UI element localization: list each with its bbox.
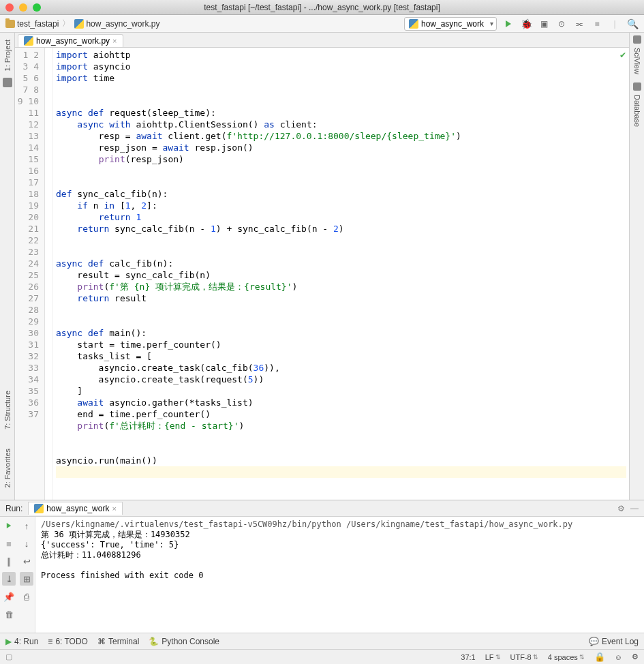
close-window-button[interactable]	[5, 3, 14, 12]
run-toolbar: ↑ ■ ↓ ‖ ↩ ⤓ ⊞ 📌 ⎙ 🗑	[0, 517, 35, 633]
python-file-icon	[24, 36, 33, 46]
editor-tab-label: how_async_work.py	[36, 36, 110, 46]
editor-tabs: how_async_work.py ×	[15, 33, 629, 48]
fold-column[interactable]	[45, 48, 53, 500]
run-configuration-selector[interactable]: how_async_work	[404, 17, 497, 31]
run-with-coverage-button[interactable]: ▣	[538, 18, 550, 30]
inspector-icon[interactable]: ☺	[615, 653, 622, 661]
editor-tab[interactable]: how_async_work.py ×	[18, 34, 123, 47]
stop-button[interactable]: ■	[2, 537, 16, 550]
editor-column: how_async_work.py × 1 2 3 4 5 6 7 8 9 10…	[15, 33, 629, 500]
run-header-title: Run:	[5, 504, 22, 513]
bottom-tool-bar: ▶ 4: Run ≡ 6: TODO ⌘ Terminal 🐍 Python C…	[0, 633, 644, 649]
pin-button[interactable]: 📌	[2, 590, 16, 603]
python-file-icon	[74, 19, 84, 29]
delete-button[interactable]	[20, 607, 33, 621]
inspection-ok-icon[interactable]: ✔	[619, 50, 626, 60]
indent[interactable]: 4 spaces	[548, 653, 585, 661]
run-button[interactable]	[502, 18, 515, 30]
cursor-position[interactable]: 37:1	[461, 653, 475, 661]
pause-button[interactable]: ‖	[2, 554, 16, 568]
window-icon[interactable]: ▢	[5, 652, 12, 661]
rerun-button[interactable]	[2, 519, 16, 532]
todo-tool-tab[interactable]: ≡ 6: TODO	[48, 637, 88, 646]
breadcrumb-label: how_async_work.py	[86, 19, 159, 29]
python-icon: 🐍	[149, 637, 159, 646]
project-tool-tab[interactable]: 1: Project	[2, 35, 13, 75]
main-area: 1: Project 7: Structure 2: Favorites how…	[0, 33, 644, 500]
breadcrumb-item[interactable]: how_async_work.py	[74, 19, 159, 29]
status-bar: ▢ 37:1 LF UTF-8 4 spaces 🔒 ☺ ⚙	[0, 649, 644, 664]
run-config-label: how_async_work	[421, 19, 484, 29]
trash-button[interactable]: 🗑	[2, 607, 16, 621]
scroll-to-end-button[interactable]: ⤓	[2, 572, 16, 586]
down-button[interactable]: ↓	[20, 537, 33, 550]
folder-icon	[5, 20, 15, 28]
close-tab-icon[interactable]: ×	[112, 504, 116, 513]
close-tab-icon[interactable]: ×	[112, 37, 117, 45]
line-separator[interactable]: LF	[485, 653, 501, 661]
favorites-tool-tab[interactable]: 2: Favorites	[2, 444, 13, 492]
gear-icon[interactable]: ⚙	[617, 504, 625, 513]
structure-tool-tab[interactable]: 7: Structure	[2, 387, 13, 434]
left-tool-rail: 1: Project 7: Structure 2: Favorites	[0, 33, 15, 500]
speech-bubble-icon: 💬	[589, 637, 599, 646]
sciview-tool-tab[interactable]: SciView	[632, 44, 643, 78]
run-header: Run: how_async_work × ⚙ —	[0, 500, 644, 517]
play-icon	[7, 523, 11, 528]
navigation-bar: test_fastapi 〉 how_async_work.py how_asy…	[0, 15, 644, 33]
encoding[interactable]: UTF-8	[510, 653, 538, 661]
console-output[interactable]: /Users/kingname/.virtualenvs/test_fastap…	[35, 517, 644, 633]
lock-icon[interactable]: 🔒	[594, 652, 605, 662]
stop-button[interactable]: ■	[591, 18, 603, 30]
layout-button[interactable]: ⊞	[20, 572, 33, 586]
run-tab[interactable]: how_async_work ×	[28, 502, 122, 515]
run-tab-label: how_async_work	[46, 504, 109, 513]
soft-wrap-button[interactable]: ↩	[20, 554, 33, 568]
list-icon: ≡	[48, 637, 52, 646]
breadcrumb-item[interactable]: test_fastapi 〉	[5, 18, 72, 29]
run-tool-tab[interactable]: ▶ 4: Run	[5, 637, 38, 646]
vertical-divider: |	[609, 18, 621, 30]
up-button[interactable]: ↑	[20, 519, 33, 532]
debug-button[interactable]: 🐞	[520, 18, 532, 30]
tool-icon[interactable]	[3, 78, 12, 87]
python-console-tool-tab[interactable]: 🐍 Python Console	[149, 637, 219, 646]
breadcrumb: test_fastapi 〉 how_async_work.py	[5, 18, 159, 29]
right-tool-rail: SciView Database	[629, 33, 644, 500]
profile-button[interactable]: ⊙	[555, 18, 568, 30]
code-editor[interactable]: import aiohttp import asyncio import tim…	[53, 48, 629, 500]
chevron-right-icon: 〉	[62, 18, 70, 29]
database-tool-tab[interactable]: Database	[632, 91, 643, 131]
tool-icon[interactable]	[633, 35, 641, 44]
terminal-tool-tab[interactable]: ⌘ Terminal	[97, 637, 139, 646]
print-button[interactable]: ⎙	[20, 590, 33, 603]
play-icon: ▶	[5, 637, 12, 646]
zoom-window-button[interactable]	[33, 3, 41, 12]
play-icon	[506, 20, 511, 27]
window-controls	[5, 3, 41, 12]
run-tool-window: Run: how_async_work × ⚙ — ↑ ■ ↓ ‖ ↩ ⤓ ⊞ …	[0, 500, 644, 633]
run-body: ↑ ■ ↓ ‖ ↩ ⤓ ⊞ 📌 ⎙ 🗑 /Users/kingname/.vir…	[0, 517, 644, 633]
minimize-window-button[interactable]	[19, 3, 27, 12]
attach-button[interactable]: ⫘	[573, 18, 585, 30]
terminal-icon: ⌘	[97, 637, 106, 646]
toolbar-right: how_async_work 🐞 ▣ ⊙ ⫘ ■ | 🔍	[404, 17, 639, 31]
minimize-panel-icon[interactable]: —	[630, 504, 639, 513]
breadcrumb-label: test_fastapi	[17, 19, 59, 29]
line-number-gutter[interactable]: 1 2 3 4 5 6 7 8 9 10 11 12 13 14 15 16 1…	[15, 48, 45, 500]
python-file-icon	[409, 19, 418, 29]
settings-icon[interactable]: ⚙	[632, 652, 639, 661]
event-log-button[interactable]: 💬 Event Log	[589, 637, 639, 646]
titlebar: test_fastapi [~/test_fastapi] - .../how_…	[0, 0, 644, 15]
database-icon[interactable]	[633, 82, 641, 91]
editor-body: 1 2 3 4 5 6 7 8 9 10 11 12 13 14 15 16 1…	[15, 48, 629, 500]
search-everywhere-button[interactable]: 🔍	[626, 18, 639, 30]
python-file-icon	[34, 504, 44, 513]
window-title: test_fastapi [~/test_fastapi] - .../how_…	[0, 3, 644, 12]
